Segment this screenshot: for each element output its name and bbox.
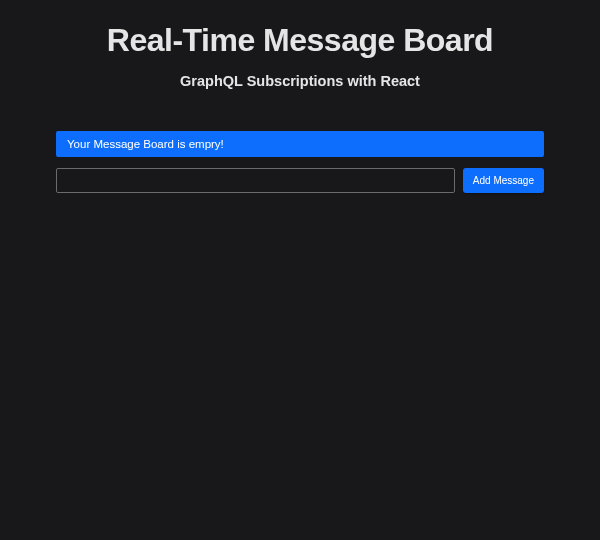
empty-state-alert: Your Message Board is empry! [56, 131, 544, 157]
message-board-panel: Your Message Board is empry! Add Message [56, 131, 544, 193]
page-subtitle: GraphQL Subscriptions with React [180, 73, 420, 89]
app-container: Real-Time Message Board GraphQL Subscrip… [0, 0, 600, 193]
add-message-button[interactable]: Add Message [463, 168, 544, 193]
message-input[interactable] [56, 168, 455, 193]
message-form: Add Message [56, 168, 544, 193]
page-title: Real-Time Message Board [107, 22, 493, 59]
